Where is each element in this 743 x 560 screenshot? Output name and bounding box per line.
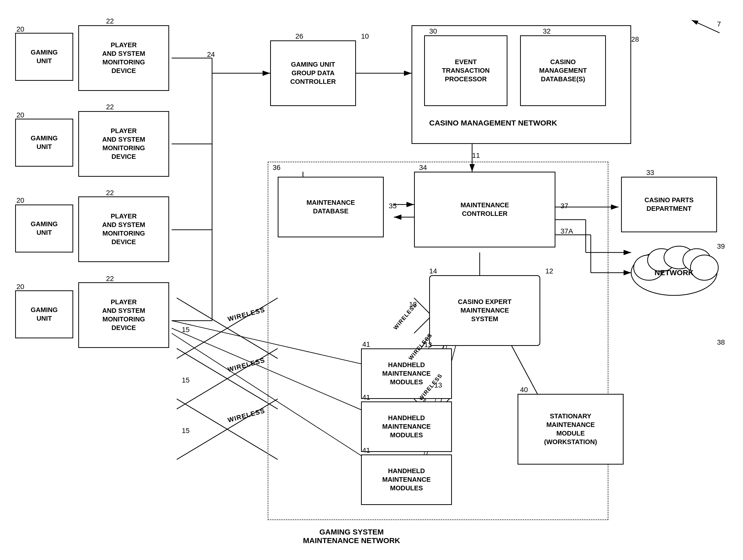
ref-22b: 22 <box>106 103 114 111</box>
ref-32: 32 <box>543 27 551 35</box>
wireless-label-2: WIRELESS <box>227 356 266 374</box>
ref-39: 39 <box>717 243 725 251</box>
ref-22a: 22 <box>106 17 114 25</box>
casino-parts-department: CASINO PARTSDEPARTMENT <box>621 177 717 232</box>
player-monitor-4: PLAYERAND SYSTEMMONITORINGDEVICE <box>78 282 169 348</box>
stationary-maintenance-module: STATIONARYMAINTENANCEMODULE(WORKSTATION) <box>518 394 623 465</box>
event-transaction-processor: EVENTTRANSACTIONPROCESSOR <box>424 35 508 106</box>
ref-41c: 41 <box>362 446 370 455</box>
network-cloud: NETWORK <box>626 237 722 308</box>
maintenance-database: MAINTENANCEDATABASE <box>278 177 384 237</box>
gaming-system-maintenance-network-label: GAMING SYSTEMMAINTENANCE NETWORK <box>303 528 400 545</box>
wireless-label-3: WIRELESS <box>227 407 266 424</box>
ref-13c: 13 <box>434 381 442 389</box>
ref-15a: 15 <box>182 326 189 334</box>
svg-text:NETWORK: NETWORK <box>655 268 694 277</box>
ref-33: 33 <box>646 169 654 177</box>
ref-36: 36 <box>273 164 280 172</box>
ref-37a: 37A <box>561 227 573 235</box>
casino-management-database: CASINOMANAGEMENTDATABASE(S) <box>520 35 606 106</box>
ref-41b: 41 <box>362 393 370 401</box>
ref-22c: 22 <box>106 189 114 197</box>
diagram-container: 7 GAMINGUNIT 20 PLAYERAND SYSTEMMONITORI… <box>0 0 743 560</box>
ref-15c: 15 <box>182 427 189 435</box>
handheld-maintenance-modules-2: HANDHELDMAINTENANCEMODULES <box>361 401 452 452</box>
ref-30: 30 <box>429 27 437 35</box>
ref7-arrow <box>682 13 732 38</box>
ref-24: 24 <box>207 50 215 58</box>
ref-20b: 20 <box>16 111 24 119</box>
ref-10: 10 <box>361 32 369 40</box>
maintenance-controller: MAINTENANCECONTROLLER <box>414 172 556 248</box>
ref-37: 37 <box>561 202 568 210</box>
ref-13a: 13 <box>409 300 417 308</box>
ref-15b: 15 <box>182 376 189 384</box>
ref-35: 35 <box>389 202 397 210</box>
gaming-unit-3: GAMINGUNIT <box>15 205 73 253</box>
gaming-unit-4: GAMINGUNIT <box>15 290 73 338</box>
ref-20d: 20 <box>16 283 24 291</box>
ref-13b: 13 <box>424 341 432 349</box>
casino-expert-maintenance-system: CASINO EXPERTMAINTENANCESYSTEM <box>429 275 540 346</box>
ref-22d: 22 <box>106 275 114 283</box>
wireless-label-1: WIRELESS <box>227 306 266 323</box>
gaming-unit-1: GAMINGUNIT <box>15 33 73 81</box>
ref-34: 34 <box>419 164 427 172</box>
svg-point-52 <box>691 255 718 280</box>
player-monitor-2: PLAYERAND SYSTEMMONITORINGDEVICE <box>78 111 169 177</box>
casino-management-network-label: CASINO MANAGEMENT NETWORK <box>429 119 557 127</box>
ref-20a: 20 <box>16 25 24 33</box>
ref-26: 26 <box>295 32 303 40</box>
ref-40: 40 <box>520 386 528 394</box>
ref-12: 12 <box>545 267 553 275</box>
ref-28: 28 <box>631 35 639 43</box>
handheld-maintenance-modules-3: HANDHELDMAINTENANCEMODULES <box>361 455 452 505</box>
player-monitor-1: PLAYERAND SYSTEMMONITORINGDEVICE <box>78 25 169 91</box>
svg-line-46 <box>692 20 719 33</box>
player-monitor-3: PLAYERAND SYSTEMMONITORINGDEVICE <box>78 197 169 262</box>
ref-14: 14 <box>429 267 437 275</box>
gaming-unit-group-data-controller: GAMING UNITGROUP DATACONTROLLER <box>270 40 356 106</box>
ref-41a: 41 <box>362 340 370 348</box>
ref-20c: 20 <box>16 197 24 205</box>
gaming-unit-2: GAMINGUNIT <box>15 119 73 167</box>
ref-38: 38 <box>717 338 725 346</box>
ref-11: 11 <box>472 152 480 160</box>
